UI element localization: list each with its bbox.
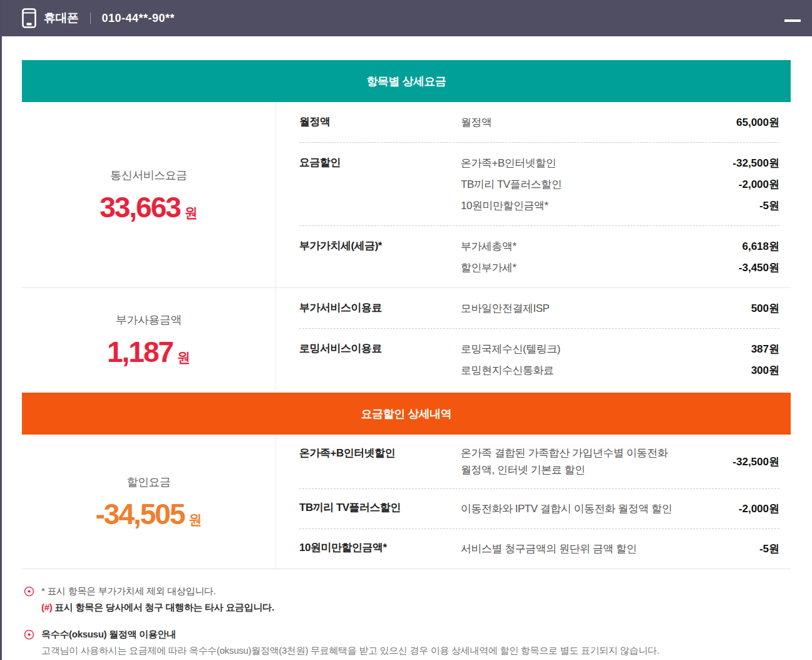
line-item: TB끼리 TV플러스할인 -2,000원 [461, 173, 779, 195]
row-category: 부가가치세(세금)* [299, 235, 461, 278]
item-name: 모바일안전결제ISP [461, 301, 549, 316]
line-item: 할인부가세* -3,450원 [461, 257, 779, 278]
item-value: 387원 [751, 342, 779, 356]
discount-rows: 온가족+B인터넷할인 온가족 결합된 가족합산 가입년수별 이동전화 월정액, … [276, 435, 791, 569]
line-item: 10원미만할인금액* -5원 [461, 195, 779, 216]
line-item: 로밍현지수신통화료 300원 [461, 359, 779, 381]
item-name: 10원미만할인금액* [461, 199, 548, 213]
item-value: 500원 [751, 301, 779, 316]
titlebar-divider [90, 13, 91, 24]
detail-section-header: 항목별 상세요금 [22, 60, 791, 102]
note-title: 옥수수(oksusu) 월정액 이용안내 [41, 629, 176, 639]
note-text: 표시 항목은 부가가치세 제외 대상입니다. [47, 585, 215, 596]
row-value: -32,500원 [677, 455, 779, 469]
item-name: 할인부가세* [461, 260, 516, 275]
row-description: 서비스별 청구금액의 원단위 금액 할인 [461, 540, 677, 557]
item-name: 월정액 [461, 115, 492, 130]
note-line: (#) 표시 항목은 당사에서 청구 대행하는 타사 요금입니다. [24, 599, 791, 616]
table-row: 로밍서비스이용료 로밍국제수신(텔링크) 387원 로밍현지수신통화료 300원 [299, 328, 779, 390]
table-row: 월정액 월정액 65,000원 [299, 102, 779, 142]
row-description: 이동전화와 IPTV 결합시 이동전화 월정액 할인 [461, 500, 677, 517]
summary-label: 부가사용금액 [116, 312, 182, 327]
table-row: 온가족+B인터넷할인 온가족 결합된 가족합산 가입년수별 이동전화 월정액, … [299, 435, 779, 488]
row-category: 로밍서비스이용료 [299, 338, 461, 381]
summary-amount: 1,187원 [107, 338, 190, 366]
note-prefix: * [41, 585, 45, 596]
minimize-button[interactable] [784, 19, 801, 22]
item-value: -2,000원 [739, 177, 779, 192]
note-text: 표시 항목은 당사에서 청구 대행하는 타사 요금입니다. [54, 602, 274, 612]
extra-usage-group: 부가사용금액 1,187원 부가서비스이용료 모바일안전결제ISP 500원 [22, 288, 791, 390]
item-name: TB끼리 TV플러스할인 [461, 177, 562, 192]
extra-usage-summary: 부가사용금액 1,187원 [22, 288, 276, 390]
row-category: TB끼리 TV플러스할인 [299, 499, 461, 516]
discount-summary: 할인요금 -34,505원 [22, 435, 276, 569]
table-row: 부가가치세(세금)* 부가세총액* 6,618원 할인부가세* -3,450원 [299, 225, 779, 287]
telecom-service-summary: 통신서비스요금 33,663원 [22, 102, 276, 287]
detail-table: 통신서비스요금 33,663원 월정액 월정액 65,000원 [22, 102, 791, 390]
discount-group: 할인요금 -34,505원 온가족+B인터넷할인 온가족 결합된 가족합산 가입… [22, 435, 791, 569]
line-item: 모바일안전결제ISP 500원 [461, 297, 779, 319]
item-name: 로밍현지수신통화료 [461, 363, 554, 378]
amount-unit: 원 [185, 205, 198, 220]
extra-usage-rows: 부가서비스이용료 모바일안전결제ISP 500원 로밍서비스이용료 [276, 288, 791, 390]
line-item: 로밍국제수신(텔링크) 387원 [461, 338, 779, 359]
table-row: 요금할인 온가족+B인터넷할인 -32,500원 TB끼리 TV플러스할인 -2… [299, 142, 779, 225]
row-value: -2,000원 [677, 502, 779, 516]
row-value: -5원 [677, 542, 779, 556]
phone-number: 010-44**-90** [102, 12, 175, 25]
row-category: 10원미만할인금액* [299, 539, 461, 556]
row-category: 온가족+B인터넷할인 [299, 445, 461, 461]
table-row: 부가서비스이용료 모바일안전결제ISP 500원 [299, 288, 779, 328]
table-row: TB끼리 TV플러스할인 이동전화와 IPTV 결합시 이동전화 월정액 할인 … [299, 488, 779, 529]
window-title: 휴대폰 [44, 10, 79, 26]
titlebar: 휴대폰 010-44**-90** [0, 0, 812, 36]
note-line: * 표시 항목은 부가가치세 제외 대상입니다. [24, 583, 791, 599]
discount-table: 할인요금 -34,505원 온가족+B인터넷할인 온가족 결합된 가족합산 가입… [22, 435, 791, 569]
line-item: 부가세총액* 6,618원 [461, 235, 779, 257]
summary-label: 통신서비스요금 [110, 168, 187, 183]
item-value: -5원 [759, 199, 779, 213]
item-value: -32,500원 [732, 156, 779, 170]
amount-number: 1,187 [107, 336, 173, 368]
bill-detail-window: 휴대폰 010-44**-90** 항목별 상세요금 통신서비스요금 33,66… [0, 0, 812, 660]
discount-section-header: 요금할인 상세내역 [22, 393, 791, 435]
note-oksusu: 옥수수(oksusu) 월정액 이용안내 고객님이 사용하시는 요금제에 따라 … [24, 626, 791, 659]
item-value: -3,450원 [739, 260, 779, 275]
item-value: 65,000원 [736, 115, 779, 130]
bill-content: 항목별 상세요금 통신서비스요금 33,663원 월정액 월정액 [22, 36, 791, 660]
row-category: 부가서비스이용료 [299, 297, 461, 319]
note-line: 옥수수(oksusu) 월정액 이용안내 [24, 626, 791, 642]
line-item: 월정액 65,000원 [461, 111, 779, 133]
telecom-service-group: 통신서비스요금 33,663원 월정액 월정액 65,000원 [22, 102, 791, 287]
line-item: 온가족+B인터넷할인 -32,500원 [461, 152, 779, 173]
item-value: 300원 [751, 363, 779, 378]
note-vat: * 표시 항목은 부가가치세 제외 대상입니다. (#) 표시 항목은 당사에서… [24, 583, 791, 616]
summary-amount: 33,663원 [100, 193, 198, 222]
item-name: 온가족+B인터넷할인 [461, 156, 556, 170]
item-name: 부가세총액* [461, 239, 516, 254]
amount-unit: 원 [177, 350, 190, 364]
mobile-phone-icon [22, 8, 36, 28]
summary-label: 할인요금 [127, 475, 171, 490]
amount-number: 33,663 [100, 191, 180, 224]
item-name: 로밍국제수신(텔링크) [461, 342, 560, 356]
telecom-service-rows: 월정액 월정액 65,000원 요금할인 온가족+B인터넷할인 [276, 102, 791, 287]
note-prefix: (#) [41, 602, 52, 612]
amount-unit: 원 [189, 512, 202, 527]
row-category: 월정액 [299, 111, 461, 133]
item-value: 6,618원 [742, 239, 779, 254]
note-text: 고객님이 사용하시는 요금제에 따라 옥수수(oksusu)월정액(3천원) 무… [41, 645, 659, 656]
footnotes: * 표시 항목은 부가가치세 제외 대상입니다. (#) 표시 항목은 당사에서… [22, 583, 791, 659]
amount-number: -34,505 [95, 498, 184, 530]
note-line: 고객님이 사용하시는 요금제에 따라 옥수수(oksusu)월정액(3천원) 무… [24, 642, 791, 659]
summary-amount: -34,505원 [95, 500, 202, 529]
table-bottom-divider [22, 569, 791, 569]
row-description: 온가족 결합된 가족합산 가입년수별 이동전화 월정액, 인터넷 기본료 할인 [461, 445, 677, 478]
table-row: 10원미만할인금액* 서비스별 청구금액의 원단위 금액 할인 -5원 [299, 529, 779, 569]
row-category: 요금할인 [299, 152, 461, 216]
